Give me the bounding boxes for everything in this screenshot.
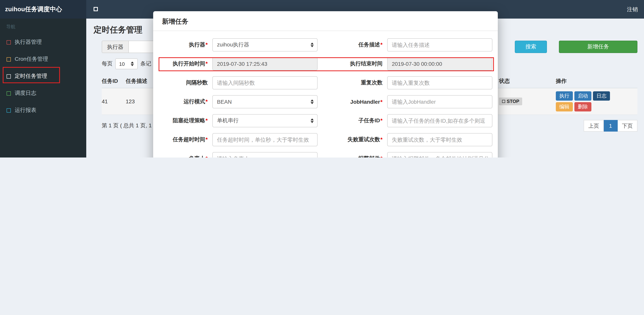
- job-desc-label: 任务描述*: [318, 41, 382, 48]
- status-badge-label: STOP: [507, 99, 519, 104]
- required-asterisk: *: [206, 98, 208, 105]
- sidebar-nav-label: 导航: [0, 19, 86, 34]
- required-asterisk: *: [380, 155, 382, 158]
- timeout-input[interactable]: [212, 133, 318, 146]
- sidebar-item-executor-management[interactable]: 执行器管理: [0, 34, 86, 51]
- run-mode-label: 运行模式*: [162, 98, 208, 105]
- per-page-prefix: 每页: [102, 60, 112, 67]
- executor-label: 执行器*: [162, 41, 208, 48]
- fail-retry-input[interactable]: [387, 133, 492, 146]
- job-desc-input[interactable]: [387, 38, 492, 52]
- pagination-summary: 第 1 页 ( 总共 1 页, 1: [102, 122, 154, 129]
- select-caret-icon: [310, 118, 314, 123]
- square-icon: [6, 91, 11, 95]
- required-asterisk: *: [206, 155, 208, 158]
- next-page-button[interactable]: 下页: [618, 120, 638, 132]
- sidebar-item-cron-task-management[interactable]: Cron任务管理: [0, 51, 86, 68]
- repeat-count-input[interactable]: [387, 76, 492, 89]
- select-caret-icon: [310, 43, 314, 47]
- per-page-select-value: 10: [119, 61, 125, 67]
- start-time-label: 执行开始时间*: [162, 60, 208, 67]
- required-asterisk: *: [206, 41, 208, 48]
- modal-body: 执行器* zuihou执行器 任务描述* 执行开始时间* 执行结束时间 间隔秒数…: [153, 31, 498, 158]
- executor-filter-label: 执行器: [102, 41, 129, 53]
- row-actions: 执行 启动 日志 编辑 删除: [556, 91, 610, 111]
- col-header-actions: 操作: [556, 78, 638, 85]
- child-job-input[interactable]: [387, 114, 492, 127]
- required-asterisk: *: [380, 41, 382, 48]
- stop-square-icon: [502, 100, 505, 103]
- block-strategy-select-value: 单机串行: [217, 117, 239, 124]
- sidebar-item-label: 运行报表: [15, 107, 36, 114]
- end-time-label: 执行结束时间: [318, 60, 382, 67]
- owner-input[interactable]: [212, 152, 318, 158]
- job-handler-input[interactable]: [387, 95, 492, 108]
- form-row-block-childjob: 阻塞处理策略* 单机串行 子任务ID*: [162, 114, 498, 127]
- interval-input[interactable]: [212, 76, 318, 89]
- sidebar-item-label: 调度日志: [15, 90, 36, 97]
- search-button[interactable]: 搜索: [515, 41, 547, 53]
- logout-link[interactable]: 注销: [627, 0, 638, 19]
- add-task-button[interactable]: 新增任务: [559, 41, 638, 53]
- required-asterisk: *: [380, 136, 382, 142]
- modal-title: 新增任务: [153, 11, 498, 31]
- sidebar-item-timed-task-management[interactable]: 定时任务管理: [0, 68, 86, 85]
- repeat-count-label: 重复次数: [318, 79, 382, 86]
- square-icon: [6, 57, 11, 61]
- col-header-status: 状态: [499, 78, 556, 85]
- sidebar-item-label: Cron任务管理: [15, 56, 48, 63]
- alarm-email-input[interactable]: [387, 152, 492, 158]
- start-time-input[interactable]: [212, 57, 318, 70]
- executor-select[interactable]: zuihou执行器: [212, 38, 318, 52]
- start-button[interactable]: 启动: [574, 91, 592, 101]
- edit-button[interactable]: 编辑: [556, 102, 573, 111]
- form-row-timeout-retry: 任务超时时间* 失败重试次数*: [162, 133, 498, 146]
- end-time-input[interactable]: [387, 57, 492, 70]
- fail-retry-label: 失败重试次数*: [318, 136, 382, 143]
- form-row-time-range: 执行开始时间* 执行结束时间: [162, 57, 498, 70]
- required-asterisk: *: [380, 99, 382, 105]
- form-row-owner-email: 负责人* 报警邮件*: [162, 152, 498, 158]
- page-number-button[interactable]: 1: [604, 120, 618, 132]
- brand-title[interactable]: zuihou任务调度中心: [0, 0, 86, 19]
- block-strategy-label: 阻塞处理策略*: [162, 117, 208, 124]
- block-strategy-select[interactable]: 单机串行: [212, 114, 318, 127]
- interval-label: 间隔秒数: [162, 79, 208, 86]
- square-icon: [6, 40, 11, 44]
- form-row-runmode-handler: 运行模式* BEAN JobHandler*: [162, 95, 498, 108]
- sidebar-item-label: 定时任务管理: [15, 73, 47, 80]
- sidebar-item-run-report[interactable]: 运行报表: [0, 102, 86, 119]
- select-caret-icon: [131, 62, 134, 66]
- square-icon: [6, 74, 11, 78]
- sidebar-collapse-icon[interactable]: [94, 7, 98, 11]
- required-asterisk: *: [206, 60, 208, 67]
- required-asterisk: *: [206, 117, 208, 123]
- add-task-modal: 新增任务 执行器* zuihou执行器 任务描述* 执行开始时间* 执行结束时间…: [153, 11, 498, 158]
- required-asterisk: *: [380, 117, 382, 123]
- sidebar: 导航 执行器管理 Cron任务管理 定时任务管理 调度日志 运行报表: [0, 19, 86, 158]
- square-icon: [6, 108, 11, 112]
- run-mode-select[interactable]: BEAN: [212, 95, 318, 108]
- col-header-task-id: 任务ID: [102, 78, 126, 85]
- per-page-suffix: 条记: [140, 60, 151, 67]
- job-handler-label: JobHandler*: [318, 99, 382, 105]
- timeout-label: 任务超时时间*: [162, 136, 208, 143]
- select-caret-icon: [310, 99, 314, 104]
- pager: 上页 1 下页: [584, 120, 638, 132]
- status-badge: STOP: [499, 98, 522, 105]
- sidebar-item-schedule-log[interactable]: 调度日志: [0, 85, 86, 102]
- child-job-label: 子任务ID*: [318, 117, 382, 124]
- owner-label: 负责人*: [162, 155, 208, 158]
- form-row-executor-desc: 执行器* zuihou执行器 任务描述*: [162, 38, 498, 52]
- alarm-email-label: 报警邮件*: [318, 155, 382, 158]
- log-button[interactable]: 日志: [593, 91, 610, 101]
- app-root: zuihou任务调度中心 注销 导航 执行器管理 Cron任务管理 定时任务管理…: [0, 0, 644, 158]
- required-asterisk: *: [206, 136, 208, 142]
- execute-button[interactable]: 执行: [556, 91, 573, 101]
- per-page-select[interactable]: 10: [115, 59, 138, 69]
- delete-button[interactable]: 删除: [574, 102, 592, 111]
- cell-task-id: 41: [102, 98, 126, 105]
- prev-page-button[interactable]: 上页: [584, 120, 604, 132]
- run-mode-select-value: BEAN: [217, 99, 232, 105]
- executor-select-value: zuihou执行器: [217, 41, 249, 48]
